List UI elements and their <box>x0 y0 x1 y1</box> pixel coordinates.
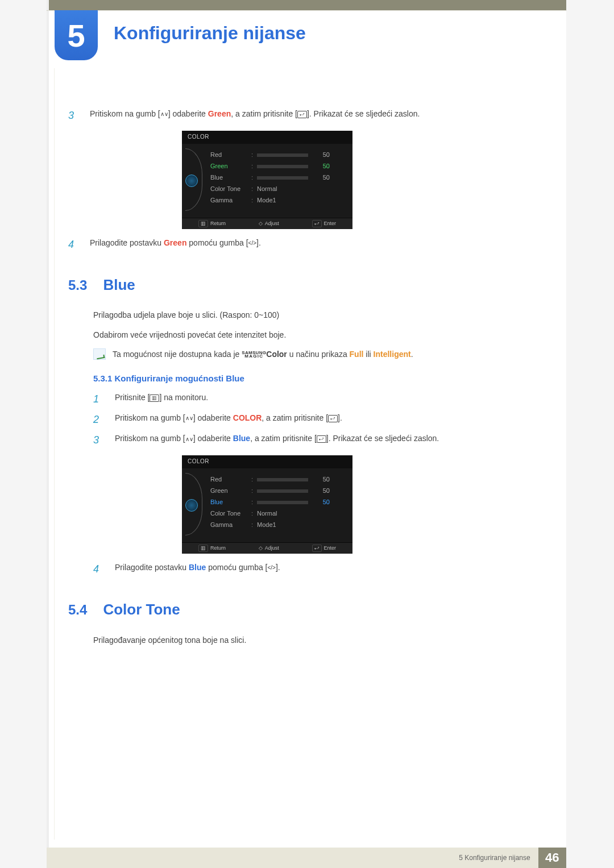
t: , a zatim pritisnite [ <box>250 434 317 443</box>
t: Prilagodite postavku <box>115 563 189 572</box>
osd-footer: ▥Return ◇Adjust ⮐Enter <box>182 218 352 229</box>
slider <box>257 501 308 504</box>
colon: : <box>251 162 257 171</box>
slider <box>257 153 308 157</box>
t: Pritiskom na gumb [ <box>115 434 185 443</box>
colon: : <box>251 185 257 194</box>
menu-icon: ▥ <box>198 545 208 552</box>
osd-row-tone: Color Tone: Normal <box>210 184 345 195</box>
chapter-title: Konfiguriranje nijanse <box>114 23 306 44</box>
label: Adjust <box>265 545 279 552</box>
label: Green <box>210 162 251 171</box>
osd-panel: COLOR Red: 50 Green: 50 B <box>182 455 352 554</box>
up-down-icon: ∧∨ <box>185 437 193 442</box>
osd-row-red: Red: 50 <box>210 149 345 161</box>
footer-page-number: 46 <box>538 848 566 868</box>
palette-icon <box>185 175 198 187</box>
step-text: Prilagodite postavku Green pomoću gumba … <box>90 237 546 248</box>
step-number: 3 <box>93 433 102 447</box>
value: 50 <box>313 475 330 484</box>
footer-text: 5 Konfiguriranje nijanse <box>47 848 538 868</box>
colon: : <box>251 475 257 484</box>
footer-adjust: ◇Adjust <box>259 545 279 552</box>
label: Red <box>210 151 251 160</box>
left-right-icon: </> <box>267 565 275 571</box>
palette-icon <box>185 499 198 512</box>
osd-panel: COLOR Red: 50 Green: 50 B <box>182 131 352 229</box>
osd-screenshot-2: COLOR Red: 50 Green: 50 B <box>182 455 546 554</box>
osd-row-green: Green: 50 <box>210 485 345 497</box>
slider <box>257 165 308 168</box>
value: Normal <box>257 509 277 518</box>
menu-icon: ▥ <box>150 394 159 402</box>
enter-icon: ⮐ <box>312 545 322 552</box>
enter-icon: ⮐ <box>328 415 338 422</box>
t: , a zatim pritisnite [ <box>231 109 297 118</box>
menu-icon: ▥ <box>198 220 208 227</box>
up-down-icon: ∧∨ <box>185 416 193 421</box>
colon: : <box>251 487 257 496</box>
page-footer: 5 Konfiguriranje nijanse 46 <box>47 848 566 868</box>
osd-body: Red: 50 Green: 50 Blue: 50 <box>182 144 352 218</box>
left-margin-rule <box>54 68 55 840</box>
step-row: 4 Prilagodite postavku Blue pomoću gumba… <box>93 562 546 576</box>
footer-return: ▥Return <box>198 545 226 552</box>
label: Enter <box>324 220 337 227</box>
osd-row-green: Green: 50 <box>210 161 345 172</box>
t: ili <box>363 350 373 359</box>
step-number: 2 <box>93 412 102 427</box>
t: ] odaberite <box>193 413 233 422</box>
t: ] odaberite <box>168 109 208 118</box>
t: ]. Prikazat će se sljedeći zaslon. <box>307 109 420 118</box>
note: Ta mogućnost nije dostupna kada je SAMSU… <box>93 348 546 360</box>
label: Adjust <box>265 220 279 227</box>
note-icon <box>93 348 106 360</box>
label: Red <box>210 475 251 484</box>
label: Color Tone <box>210 509 251 518</box>
t: ]. <box>256 238 261 247</box>
footer-return: ▥Return <box>198 220 226 227</box>
left-right-icon: </> <box>248 240 256 246</box>
value: 50 <box>313 498 330 507</box>
content: 3 Pritiskom na gumb [∧∨] odaberite Green… <box>68 102 546 654</box>
osd-footer: ▥Return ◇Adjust ⮐Enter <box>182 542 352 554</box>
osd-row-gamma: Gamma: Mode1 <box>210 195 345 206</box>
step-text: Pritiskom na gumb [∧∨] odaberite Green, … <box>90 108 546 119</box>
top-bar <box>49 0 566 10</box>
step-row: 3 Pritiskom na gumb [∧∨] odaberite Blue,… <box>93 433 546 447</box>
subsection-5-3-1: 5.3.1 Konfiguriranje mogućnosti Blue <box>93 372 546 385</box>
osd-header: COLOR <box>182 455 352 468</box>
footer-enter: ⮐Enter <box>312 545 337 552</box>
osd-body: Red: 50 Green: 50 Blue: 50 <box>182 468 352 542</box>
t: ]. <box>338 413 342 422</box>
osd-row-red: Red: 50 <box>210 474 345 485</box>
highlight-blue: Blue <box>233 434 250 443</box>
osd-row-blue: Blue: 50 <box>210 172 345 184</box>
t: ] odaberite <box>193 434 233 443</box>
label: Return <box>210 220 226 227</box>
highlight-full: Full <box>350 350 364 359</box>
slider <box>257 478 308 481</box>
samsung-magic-logo: SAMSUNGMAGIC <box>242 351 266 359</box>
header-rule <box>47 10 566 11</box>
step-text: Prilagodite postavku Blue pomoću gumba [… <box>115 562 546 573</box>
step-number: 4 <box>68 237 77 252</box>
t: , a zatim pritisnite [ <box>262 413 328 422</box>
label: Gamma <box>210 196 251 205</box>
label: Return <box>210 545 226 552</box>
logo-bot: MAGIC <box>242 355 266 358</box>
up-down-icon: ∧∨ <box>160 111 168 117</box>
t: . <box>411 350 413 359</box>
step-number: 3 <box>68 108 77 123</box>
value: 50 <box>313 162 330 171</box>
t: Pritiskom na gumb [ <box>90 109 160 118</box>
step-row: 4 Prilagodite postavku Green pomoću gumb… <box>68 237 546 252</box>
colon: : <box>251 173 257 182</box>
step-text: Pritisnite [▥] na monitoru. <box>115 392 546 403</box>
highlight-intelligent: Intelligent <box>374 350 411 359</box>
value: Mode1 <box>257 196 276 205</box>
osd-screenshot-1: COLOR Red: 50 Green: 50 B <box>182 131 546 229</box>
osd-row-blue: Blue: 50 <box>210 497 345 508</box>
slider <box>257 176 308 180</box>
section-number: 5.3 <box>68 276 87 296</box>
